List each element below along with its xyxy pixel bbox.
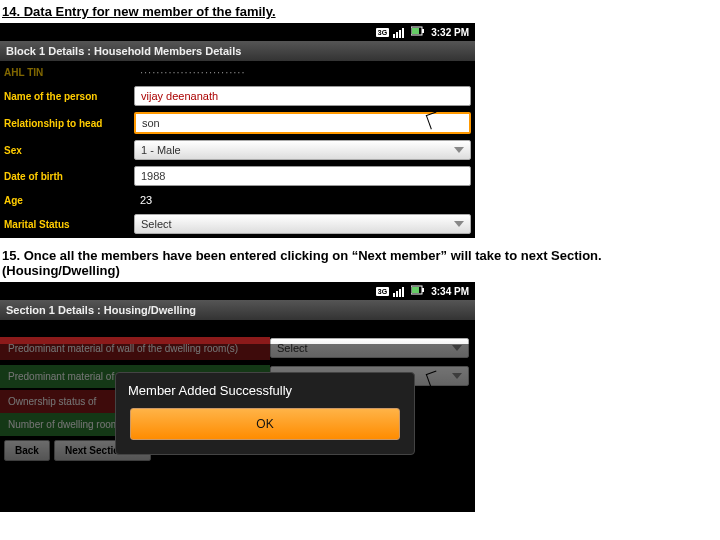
clock-time: 3:32 PM (431, 27, 469, 38)
caption-2: 15. Once all the members have been enter… (0, 244, 720, 282)
row-sex: Sex 1 - Male (0, 137, 475, 163)
screen-title: Block 1 Details : Household Members Deta… (0, 41, 475, 61)
input-dob[interactable]: 1988 (134, 166, 471, 186)
value-age: 23 (134, 192, 471, 208)
select-sex-value: 1 - Male (141, 144, 181, 156)
row-dob: Date of birth 1988 (0, 163, 475, 189)
3g-icon: 3G (376, 287, 389, 296)
battery-icon (411, 285, 425, 297)
battery-icon (411, 26, 425, 38)
status-bar: 3G 3:32 PM (0, 23, 475, 41)
row-age: Age 23 (0, 189, 475, 211)
svg-rect-1 (396, 32, 398, 38)
svg-rect-6 (412, 28, 419, 34)
label-marital: Marital Status (4, 219, 134, 230)
3g-icon: 3G (376, 28, 389, 37)
svg-rect-13 (412, 287, 419, 293)
screen-2: 3G 3:34 PM Section 1 Details : Housing/D… (0, 282, 475, 512)
label-dob: Date of birth (4, 171, 134, 182)
ok-button[interactable]: OK (130, 408, 400, 440)
svg-rect-3 (402, 28, 404, 38)
svg-rect-9 (399, 289, 401, 297)
svg-rect-5 (422, 29, 424, 33)
row-ahl-tin: AHL TIN ·························· (0, 61, 475, 83)
chevron-down-icon (454, 147, 464, 153)
dialog-member-added: Member Added Successfully OK (115, 372, 415, 455)
select-sex[interactable]: 1 - Male (134, 140, 471, 160)
svg-rect-12 (422, 288, 424, 292)
value-ahl-tin: ·························· (134, 64, 471, 80)
label-age: Age (4, 195, 134, 206)
svg-rect-7 (393, 293, 395, 297)
caption-1: 14. Data Entry for new member of the fam… (0, 0, 720, 23)
signal-icon (393, 285, 407, 297)
svg-rect-10 (402, 287, 404, 297)
label-ahl-tin: AHL TIN (4, 67, 134, 78)
svg-rect-8 (396, 291, 398, 297)
row-name: Name of the person vijay deenanath (0, 83, 475, 109)
label-relationship: Relationship to head (4, 118, 134, 129)
svg-rect-2 (399, 30, 401, 38)
row-relationship: Relationship to head son (0, 109, 475, 137)
svg-rect-0 (393, 34, 395, 38)
input-relationship[interactable]: son (134, 112, 471, 134)
clock-time: 3:34 PM (431, 286, 469, 297)
screen-title: Section 1 Details : Housing/Dwelling (0, 300, 475, 320)
input-name[interactable]: vijay deenanath (134, 86, 471, 106)
select-marital[interactable]: Select (134, 214, 471, 234)
status-bar: 3G 3:34 PM (0, 282, 475, 300)
screen-1: 3G 3:32 PM Block 1 Details : Household M… (0, 23, 475, 238)
chevron-down-icon (454, 221, 464, 227)
select-marital-value: Select (141, 218, 172, 230)
label-name: Name of the person (4, 91, 134, 102)
dialog-title: Member Added Successfully (116, 373, 414, 408)
signal-icon (393, 26, 407, 38)
row-marital: Marital Status Select (0, 211, 475, 237)
label-sex: Sex (4, 145, 134, 156)
